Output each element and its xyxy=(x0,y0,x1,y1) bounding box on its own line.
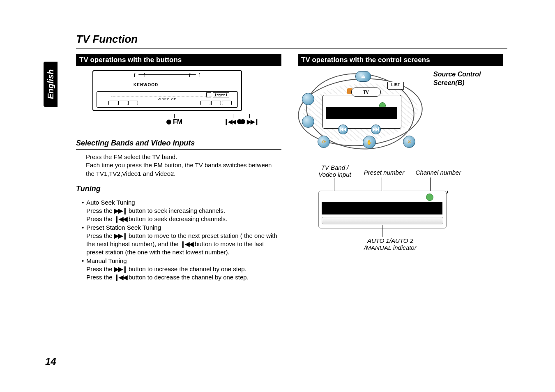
device-panel-label: VIDEO CD xyxy=(158,97,177,101)
left-header: TV operations with the buttons xyxy=(76,54,281,66)
device-brand-label: KENWOOD xyxy=(134,83,158,87)
sub-rule xyxy=(76,149,281,150)
right-header: TV operations with the control screens xyxy=(298,54,503,66)
callout-fm: FM xyxy=(173,118,182,126)
preset-seek-title: Preset Station Seek Tuning xyxy=(86,224,161,231)
screen-illustration: ⏏ TV LIST ⟳ ✋ xyxy=(298,70,425,150)
tuning-bullets: • Auto Seek Tuning Press the ▶▶❙ button … xyxy=(82,198,281,282)
callout-next-icon: ▶▶❙ xyxy=(247,118,258,125)
screen-next-button xyxy=(371,125,381,134)
next-icon: ▶▶❙ xyxy=(114,207,127,214)
next-icon: ▶▶❙ xyxy=(114,232,127,239)
subhead-tuning: Tuning xyxy=(76,184,281,193)
device-illustration: KENWOOD ❙◀◀ ▶▶❙ VIDEO CD xyxy=(92,70,281,127)
callout-prev-icon: ❙◀◀ xyxy=(224,118,235,125)
prev-icon: ❙◀◀ xyxy=(114,274,127,281)
anno-preset-label: Preset number xyxy=(359,169,409,176)
prev-icon: ❙◀◀ xyxy=(114,215,127,222)
page-content: TV Function TV operations with the butto… xyxy=(45,33,514,281)
screen-side-button xyxy=(302,115,314,128)
screen-bottom-button: ⟳ xyxy=(318,136,330,148)
screen-prev-button xyxy=(338,125,348,134)
sub-rule xyxy=(76,195,281,195)
screen-top-button: ⏏ xyxy=(355,71,371,82)
right-column: TV operations with the control screens ⏏… xyxy=(298,54,503,281)
indicator-icon xyxy=(426,194,433,201)
subhead-selecting: Selecting Bands and Video Inputs xyxy=(76,139,281,148)
next-icon: ▶▶❙ xyxy=(114,265,127,272)
selecting-text: Press the FM select the TV band. Each ti… xyxy=(86,153,281,178)
list-button: LIST xyxy=(387,82,404,89)
section-title: TV Function xyxy=(45,33,514,46)
annotated-screen: TV Band / Vodeo input Preset number Chan… xyxy=(318,167,458,257)
screen-bottom-button: ✕ xyxy=(403,136,415,148)
auto-seek-title: Auto Seek Tuning xyxy=(86,199,135,206)
title-rule xyxy=(76,48,507,48)
prev-icon: ❙◀◀ xyxy=(180,240,193,247)
page-number: 14 xyxy=(45,356,56,367)
screen-side-button xyxy=(302,93,314,105)
dot-icon xyxy=(240,119,245,124)
screen-illustration-wrap: ⏏ TV LIST ⟳ ✋ xyxy=(298,70,503,150)
screen-bottom-button: ✋ xyxy=(363,136,376,149)
anno-band-label: TV Band / Vodeo input xyxy=(314,164,355,178)
tv-chip: TV xyxy=(351,88,381,97)
manual-tuning-title: Manual Tuning xyxy=(86,257,127,264)
anno-channel-label: Channel number xyxy=(410,169,467,176)
dot-icon xyxy=(166,120,171,125)
anno-mode-label: AUTO 1/AUTO 2 /MANUAL indicator xyxy=(355,238,425,251)
screen-caption: Source Control Screen(B) xyxy=(433,70,495,150)
left-column: TV operations with the buttons KENWOOD ❙… xyxy=(76,54,281,281)
